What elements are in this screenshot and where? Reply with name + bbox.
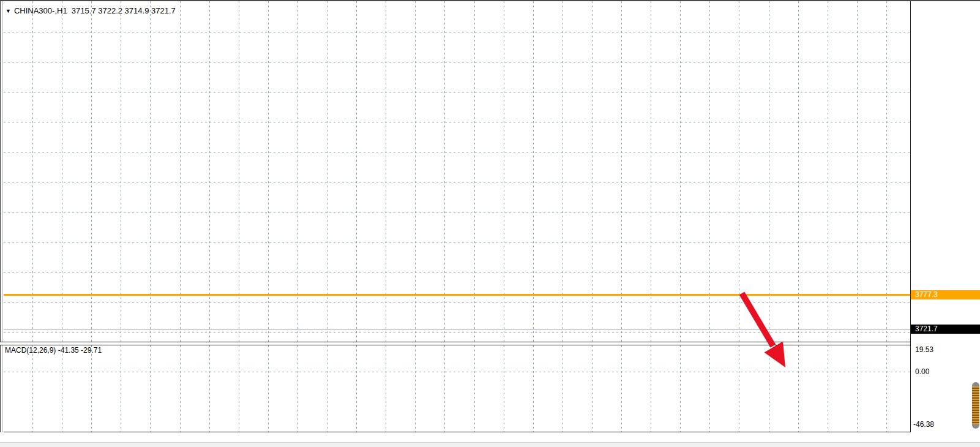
grid-vline: [474, 345, 475, 432]
grid-vline: [563, 345, 563, 432]
grid-hline: [4, 62, 910, 62]
grid-vline: [62, 1, 62, 342]
grid-vline: [91, 1, 92, 342]
grid-hline: [4, 92, 910, 92]
orange-horizontal-line[interactable]: [4, 294, 910, 296]
macd-indicator-label: MACD(12,26,9) -41.35 -29.71: [5, 346, 102, 355]
grid-vline: [651, 1, 651, 342]
grid-vline: [444, 1, 445, 342]
grid-vline: [121, 345, 121, 432]
grid-vline: [121, 1, 121, 342]
grid-vline: [180, 1, 181, 342]
grid-vline: [415, 1, 416, 342]
grid-vline: [886, 345, 887, 432]
grid-vline: [828, 345, 828, 432]
macd-name: MACD(12,26,9): [5, 346, 56, 355]
grid-vline: [533, 1, 534, 342]
grid-hline: [4, 302, 910, 302]
grid-vline: [386, 345, 386, 432]
grid-vline: [239, 345, 239, 432]
grid-vline: [356, 345, 357, 432]
grid-hline: [4, 212, 910, 212]
macd-scale-bottom: -46.38: [913, 420, 934, 429]
grid-vline: [180, 345, 181, 432]
grid-vline: [739, 345, 739, 432]
grid-vline: [91, 345, 92, 432]
grid-vline: [621, 1, 622, 342]
time-axis[interactable]: [0, 432, 980, 442]
grid-hline: [4, 182, 910, 182]
grid-hline: [4, 332, 910, 332]
grid-vline: [709, 345, 710, 432]
macd-main-value: -41.35: [58, 346, 79, 355]
window-bottom-strip: [0, 442, 980, 447]
grid-vline: [268, 345, 269, 432]
grid-vline: [680, 1, 681, 342]
grid-vline: [239, 1, 239, 342]
grid-vline: [327, 1, 327, 342]
grid-vline: [592, 345, 593, 432]
grid-vline: [798, 1, 799, 342]
window-left-inner-border: [2, 1, 3, 441]
orange-level-price-badge: 3777.3: [911, 290, 980, 299]
grid-vline: [32, 345, 33, 432]
grid-vline: [209, 1, 210, 342]
grid-vline: [828, 1, 828, 342]
grid-vline: [739, 1, 739, 342]
grid-vline: [474, 1, 475, 342]
grid-hline: [4, 242, 910, 242]
grid-vline: [32, 1, 33, 342]
grid-hline: [4, 32, 910, 32]
macd-scale-top: 19.53: [915, 345, 933, 354]
grid-vline: [504, 345, 504, 432]
grid-vline: [857, 1, 858, 342]
main-chart-pane[interactable]: [4, 1, 910, 342]
grid-vline: [651, 345, 651, 432]
grid-vline: [297, 345, 298, 432]
macd-signal-value: -29.71: [81, 346, 102, 355]
grid-vline: [62, 345, 62, 432]
grid-vline: [857, 345, 858, 432]
grid-vline: [533, 345, 534, 432]
grid-vline: [709, 1, 710, 342]
grid-vline: [504, 1, 504, 342]
chart-title: ▼CHINA300-,H1 3715.7 3722.2 3714.9 3721.…: [6, 6, 176, 15]
grid-vline: [327, 345, 327, 432]
macd-scale-zero: 0.00: [915, 367, 929, 376]
grid-vline: [798, 345, 799, 432]
macd-indicator-pane[interactable]: [4, 345, 910, 432]
bid-price-line: [4, 329, 910, 329]
grid-vline: [150, 345, 151, 432]
grid-vline: [592, 1, 593, 342]
grid-vline: [415, 345, 416, 432]
grid-vline: [297, 1, 298, 342]
grid-vline: [769, 1, 769, 342]
grid-vline: [386, 1, 386, 342]
symbol-period-label: CHINA300-,H1: [14, 6, 67, 15]
window-left-border: [0, 1, 1, 447]
grid-vline: [356, 1, 357, 342]
scrollbar-thumb[interactable]: [972, 382, 979, 429]
grid-hline: [4, 122, 910, 122]
grid-vline: [563, 1, 563, 342]
grid-vline: [209, 345, 210, 432]
grid-hline: [4, 272, 910, 272]
grid-vline: [621, 345, 622, 432]
current-price-badge: 3721.7: [911, 325, 980, 334]
macd-zero-line: [4, 372, 910, 372]
title-ohlc-values: 3715.7 3722.2 3714.9 3721.7: [72, 6, 176, 15]
grid-vline: [268, 1, 269, 342]
grid-hline: [4, 152, 910, 152]
grid-vline: [680, 345, 681, 432]
scrollbar-thumb-stripes: [972, 386, 979, 424]
grid-vline: [886, 1, 887, 342]
grid-vline: [769, 345, 769, 432]
chart-window: ▼CHINA300-,H1 3715.7 3722.2 3714.9 3721.…: [0, 0, 980, 447]
grid-vline: [444, 345, 445, 432]
symbol-dropdown-icon[interactable]: ▼: [6, 8, 11, 14]
grid-vline: [150, 1, 151, 342]
